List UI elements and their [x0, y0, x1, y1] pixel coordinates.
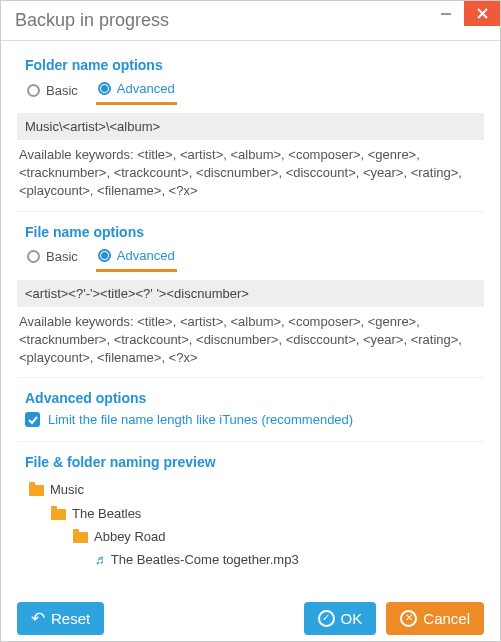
folder-tab-basic[interactable]: Basic: [25, 79, 80, 104]
file-options-title: File name options: [25, 224, 484, 240]
button-row: ↶ Reset ✓ OK ✕ Cancel: [17, 592, 484, 635]
folder-name-options-panel: Folder name options Basic Advanced Avail…: [17, 51, 484, 212]
reset-icon: ↶: [31, 610, 45, 627]
file-pattern-input[interactable]: [17, 280, 484, 307]
folder-icon: [29, 485, 44, 496]
file-name-options-panel: File name options Basic Advanced Availab…: [17, 218, 484, 379]
tab-label: Advanced: [117, 81, 175, 96]
advanced-options-title: Advanced options: [25, 390, 484, 406]
button-label: Reset: [51, 610, 90, 627]
check-icon: [28, 415, 38, 425]
ok-button[interactable]: ✓ OK: [304, 602, 377, 635]
file-tab-basic[interactable]: Basic: [25, 245, 80, 270]
file-keywords-hint: Available keywords: <title>, <artist>, <…: [17, 311, 484, 368]
tab-label: Advanced: [117, 248, 175, 263]
tree-label: Abbey Road: [94, 529, 166, 544]
folder-pattern-input[interactable]: [17, 113, 484, 140]
ok-icon: ✓: [318, 610, 335, 627]
preview-title: File & folder naming preview: [25, 454, 484, 470]
music-note-icon: ♬: [95, 548, 105, 571]
radio-icon: [98, 249, 111, 262]
tree-row-artist: The Beatles: [29, 502, 476, 525]
limit-filename-label[interactable]: Limit the file name length like iTunes (…: [48, 412, 353, 427]
svg-rect-0: [441, 13, 451, 15]
folder-tab-advanced[interactable]: Advanced: [96, 77, 177, 105]
cancel-button[interactable]: ✕ Cancel: [386, 602, 484, 635]
radio-icon: [98, 82, 111, 95]
close-icon: [477, 8, 488, 19]
tree-label: The Beatles: [72, 506, 141, 521]
tab-label: Basic: [46, 83, 78, 98]
naming-preview-panel: File & folder naming preview Music The B…: [17, 448, 484, 586]
advanced-options-panel: Advanced options Limit the file name len…: [17, 384, 484, 442]
button-label: OK: [341, 610, 363, 627]
titlebar: Backup in progress: [1, 1, 500, 41]
tree-row-root: Music: [29, 478, 476, 501]
limit-filename-checkbox[interactable]: [25, 412, 40, 427]
file-tab-advanced[interactable]: Advanced: [96, 244, 177, 272]
radio-icon: [27, 250, 40, 263]
reset-button[interactable]: ↶ Reset: [17, 602, 104, 635]
cancel-icon: ✕: [400, 610, 417, 627]
folder-icon: [51, 509, 66, 520]
window-title: Backup in progress: [15, 10, 169, 31]
folder-icon: [73, 532, 88, 543]
preview-tree: Music The Beatles Abbey Road ♬The Beatle…: [17, 474, 484, 576]
button-label: Cancel: [423, 610, 470, 627]
minimize-icon: [440, 8, 452, 20]
tab-label: Basic: [46, 249, 78, 264]
radio-icon: [27, 84, 40, 97]
tree-label: Music: [50, 482, 84, 497]
folder-options-title: Folder name options: [25, 57, 484, 73]
tree-row-album: Abbey Road: [29, 525, 476, 548]
close-button[interactable]: [464, 1, 500, 26]
minimize-button[interactable]: [428, 1, 464, 26]
tree-label: The Beatles-Come together.mp3: [111, 552, 299, 567]
folder-keywords-hint: Available keywords: <title>, <artist>, <…: [17, 144, 484, 201]
tree-row-file: ♬The Beatles-Come together.mp3: [29, 548, 476, 571]
